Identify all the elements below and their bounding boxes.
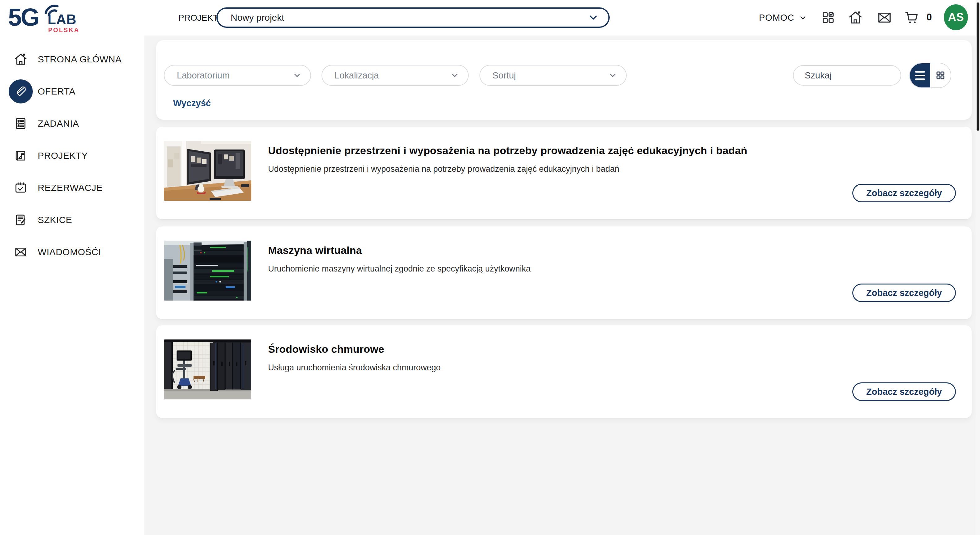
search-input[interactable] xyxy=(805,70,921,81)
sidebar-item-label: SZKICE xyxy=(38,215,72,225)
scrollbar-thumb[interactable] xyxy=(977,2,979,131)
help-label: POMOC xyxy=(759,13,794,23)
sidebar-item-label: OFERTA xyxy=(38,86,75,97)
envelope-icon xyxy=(9,240,33,264)
chevron-down-icon xyxy=(799,14,807,22)
location-filter-dropdown[interactable]: Lokalizacja xyxy=(321,65,469,86)
sidebar-item-label: WIADOMOŚĆI xyxy=(38,247,101,257)
sidebar-item-rezerwacje[interactable]: REZERWACJE xyxy=(0,172,144,204)
project-select[interactable]: Nowy projekt xyxy=(216,7,609,28)
chevron-down-icon xyxy=(450,71,460,80)
sidebar-item-projekty[interactable]: PROJEKTY xyxy=(0,140,144,172)
grid-icon xyxy=(935,70,946,81)
list-view-button[interactable] xyxy=(910,64,930,87)
sidebar-nav: STRONA GŁÓWNA OFERTA xyxy=(0,35,144,535)
search-box xyxy=(793,65,901,86)
sidebar-item-label: STRONA GŁÓWNA xyxy=(38,54,122,65)
laboratory-filter-label: Laboratorium xyxy=(177,70,230,81)
scrollbar-track[interactable] xyxy=(976,0,980,535)
brand-logo[interactable]: 5G LAB POLSKA xyxy=(8,1,76,34)
laboratory-filter-dropdown[interactable]: Laboratorium xyxy=(164,65,311,86)
project-select-value: Nowy projekt xyxy=(231,12,284,23)
offer-description: Udostępnienie przestrzeni i wyposażenia … xyxy=(268,164,867,174)
workstation-photo xyxy=(164,141,251,201)
sidebar-item-label: ZADANIA xyxy=(38,118,79,129)
sidebar-item-label: REZERWACJE xyxy=(38,183,103,193)
offer-title: Udostępnienie przestrzeni i wyposażenia … xyxy=(268,144,867,157)
offer-details-button[interactable]: Zobacz szczegóły xyxy=(852,383,956,401)
filters-panel: Laboratorium Lokalizacja Sortuj Wyczyść xyxy=(156,40,972,120)
logo-lab-text: LAB xyxy=(48,12,76,27)
avatar-initials: AS xyxy=(948,11,964,24)
logo-5g-text: 5G xyxy=(8,3,39,32)
avatar[interactable]: AS xyxy=(944,4,968,30)
home-icon[interactable] xyxy=(847,9,864,26)
sidebar-item-oferta[interactable]: OFERTA xyxy=(0,75,144,108)
task-list-icon xyxy=(9,111,33,136)
sidebar-item-strona-glowna[interactable]: STRONA GŁÓWNA xyxy=(0,43,144,75)
apps-check-icon[interactable] xyxy=(820,9,837,26)
cart-count-badge: 0 xyxy=(926,12,932,23)
cart-icon[interactable] xyxy=(903,9,920,26)
offer-title: Maszyna wirtualna xyxy=(268,244,867,256)
server-rack-photo xyxy=(164,241,251,300)
sidebar-item-wiadomosci[interactable]: WIADOMOŚĆI xyxy=(0,236,144,268)
chevron-down-icon xyxy=(587,12,599,24)
offer-card: Środowisko chmurowe Usługa uruchomienia … xyxy=(156,325,972,418)
offer-card: Udostępnienie przestrzeni i wyposażenia … xyxy=(156,127,972,219)
sidebar-item-zadania[interactable]: ZADANIA xyxy=(0,108,144,140)
mail-icon[interactable] xyxy=(876,9,893,26)
sort-label: Sortuj xyxy=(493,70,516,81)
sort-dropdown[interactable]: Sortuj xyxy=(479,65,627,86)
server-room-photo xyxy=(164,340,251,399)
draft-pen-icon xyxy=(9,208,33,232)
clear-filters-link[interactable]: Wyczyść xyxy=(173,98,211,108)
project-label: PROJEKT xyxy=(178,0,218,35)
offer-card: Maszyna wirtualna Uruchomienie maszyny w… xyxy=(156,226,972,319)
chevron-down-icon xyxy=(608,71,617,80)
location-filter-label: Lokalizacja xyxy=(334,70,379,81)
help-menu[interactable]: POMOC xyxy=(759,0,807,35)
offer-details-button[interactable]: Zobacz szczegóły xyxy=(852,184,956,202)
logo-polska-text: POLSKA xyxy=(48,27,80,34)
offer-description: Usługa uruchomienia środowiska chmuroweg… xyxy=(268,363,867,373)
grid-view-button[interactable] xyxy=(930,64,951,87)
list-icon xyxy=(915,71,925,80)
top-header: 5G LAB POLSKA PROJEKT Nowy projekt POMOC xyxy=(0,0,980,35)
tag-icon xyxy=(9,79,33,103)
offer-description: Uruchomienie maszyny wirtualnej zgodnie … xyxy=(268,264,867,274)
chevron-down-icon xyxy=(293,71,302,80)
offer-title: Środowisko chmurowe xyxy=(268,343,867,355)
sidebar-item-szkice[interactable]: SZKICE xyxy=(0,204,144,236)
home-icon xyxy=(9,47,33,71)
view-toggle xyxy=(909,63,951,88)
calendar-check-icon xyxy=(9,176,33,200)
blueprint-icon xyxy=(9,144,33,168)
offer-details-button[interactable]: Zobacz szczegóły xyxy=(852,284,956,302)
sidebar-item-label: PROJEKTY xyxy=(38,151,88,161)
